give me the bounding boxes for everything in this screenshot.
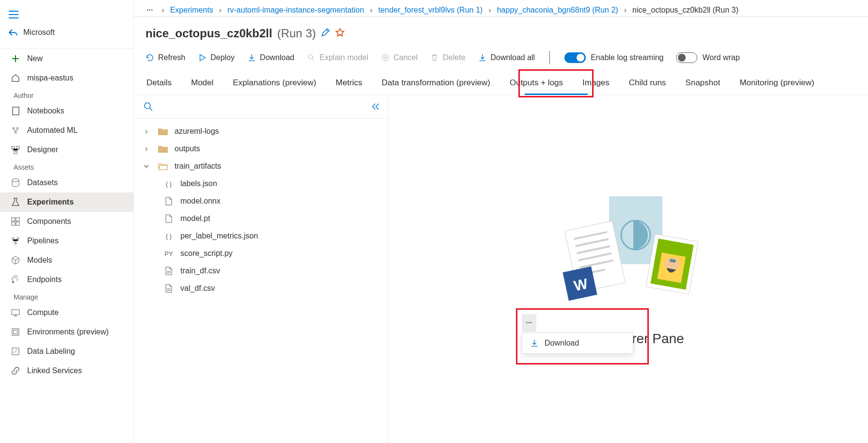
tab-data-transformation[interactable]: Data transformation (preview) xyxy=(381,71,491,95)
svg-rect-6 xyxy=(14,151,17,154)
toolbar-label: Explain model xyxy=(320,53,369,62)
tree-file-model-pt[interactable]: model.pt xyxy=(134,210,388,227)
sidebar-label: Models xyxy=(27,256,52,265)
tree-file-labels[interactable]: { } labels.json xyxy=(134,175,388,192)
context-menu: Download xyxy=(522,332,633,354)
sidebar-item-models[interactable]: Models xyxy=(0,251,133,270)
svg-rect-8 xyxy=(12,218,15,221)
tree-label: labels.json xyxy=(180,179,217,188)
search-icon[interactable] xyxy=(144,102,153,111)
sidebar-item-new[interactable]: New xyxy=(0,49,133,68)
svg-point-22 xyxy=(145,103,150,109)
download-all-button[interactable]: Download all xyxy=(478,53,535,62)
toggle-label: Enable log streaming xyxy=(591,53,663,62)
file-tree: › azureml-logs › outputs train_artifacts… xyxy=(134,119,388,301)
chevron-right-icon: › xyxy=(142,127,151,136)
chevron-right-icon: › xyxy=(216,6,225,15)
toolbar-separator xyxy=(549,51,550,64)
datalabeling-icon xyxy=(11,347,20,356)
breadcrumb-link[interactable]: tender_forest_vrbl9lvs (Run 1) xyxy=(378,6,482,15)
csv-icon xyxy=(164,284,174,293)
trash-icon xyxy=(430,53,439,62)
chevron-right-icon: › xyxy=(621,6,629,15)
tab-model[interactable]: Model xyxy=(190,71,214,95)
download-icon xyxy=(530,339,539,348)
tree-file-per-label-metrics[interactable]: { } per_label_metrics.json xyxy=(134,227,388,245)
tab-details[interactable]: Details xyxy=(145,71,173,95)
tab-snapshot[interactable]: Snapshot xyxy=(684,71,721,95)
sidebar-item-workspace[interactable]: mispa-eastus xyxy=(0,68,133,88)
breadcrumb-link[interactable]: Experiments xyxy=(170,6,213,15)
tab-monitoring[interactable]: Monitoring (preview) xyxy=(739,71,815,95)
tab-child-runs[interactable]: Child runs xyxy=(628,71,667,95)
sidebar-item-linked[interactable]: Linked Services xyxy=(0,361,133,380)
sidebar-item-pipelines[interactable]: Pipelines xyxy=(0,231,133,251)
cancel-icon xyxy=(381,53,390,62)
json-icon: { } xyxy=(164,231,174,241)
tree-file-val-df[interactable]: val_df.csv xyxy=(134,280,388,297)
download-icon xyxy=(247,53,256,62)
sidebar-item-experiments[interactable]: Experiments xyxy=(0,192,133,212)
breadcrumb-more[interactable]: ··· xyxy=(144,6,156,15)
content: › azureml-logs › outputs train_artifacts… xyxy=(134,95,868,443)
tree-folder-train-artifacts[interactable]: train_artifacts xyxy=(134,158,388,175)
svg-rect-5 xyxy=(16,146,19,149)
toggle-off-icon xyxy=(676,52,697,63)
breadcrumb-link[interactable]: happy_chaconia_bgn68nt9 (Run 2) xyxy=(497,6,618,15)
sidebar-item-environments[interactable]: Environments (preview) xyxy=(0,322,133,342)
breadcrumb-link[interactable]: rv-automl-image-instance-segmentation xyxy=(227,6,364,15)
preview-panel: W File Explorer Pane xyxy=(388,95,868,443)
download-button[interactable]: Download xyxy=(247,53,294,62)
sidebar-item-datalabeling[interactable]: Data Labeling xyxy=(0,342,133,361)
back-label: Microsoft xyxy=(23,28,55,37)
tree-folder-azureml-logs[interactable]: › azureml-logs xyxy=(134,123,388,140)
tree-label: outputs xyxy=(175,144,200,153)
svg-point-1 xyxy=(13,127,15,129)
collapse-panel-icon[interactable] xyxy=(370,102,380,111)
sidebar-item-automl[interactable]: Automated ML xyxy=(0,121,133,140)
tab-metrics[interactable]: Metrics xyxy=(335,71,363,95)
context-menu-download[interactable]: Download xyxy=(522,333,633,353)
sidebar-item-components[interactable]: Components xyxy=(0,212,133,231)
back-link[interactable]: Microsoft xyxy=(0,23,133,42)
refresh-icon xyxy=(145,53,154,62)
json-icon: { } xyxy=(164,179,174,189)
tab-explanations[interactable]: Explanations (preview) xyxy=(232,71,317,95)
sidebar-item-designer[interactable]: Designer xyxy=(0,140,133,159)
hamburger-icon[interactable] xyxy=(0,8,133,23)
notebook-icon xyxy=(11,106,20,116)
explain-model-button: Explain model xyxy=(307,53,369,62)
file-icon xyxy=(164,214,174,223)
sidebar-item-endpoints[interactable]: Endpoints xyxy=(0,270,133,289)
tree-file-score-script[interactable]: PY score_script.py xyxy=(134,245,388,262)
svg-rect-16 xyxy=(12,310,19,315)
log-streaming-toggle[interactable]: Enable log streaming xyxy=(564,52,663,63)
tab-outputs-logs[interactable]: Outputs + logs xyxy=(509,71,564,95)
tree-file-model-onnx[interactable]: model.onnx xyxy=(134,192,388,210)
svg-point-20 xyxy=(308,55,313,59)
toggle-on-icon xyxy=(564,52,586,63)
chevron-right-icon: › xyxy=(142,144,151,153)
favorite-star-icon[interactable] xyxy=(335,28,345,39)
tabs: Details Model Explanations (preview) Met… xyxy=(134,71,868,95)
sidebar-label: Environments (preview) xyxy=(27,328,109,336)
svg-rect-10 xyxy=(12,222,15,225)
tab-images[interactable]: Images xyxy=(581,71,611,95)
sidebar-label: Endpoints xyxy=(27,275,62,284)
svg-point-15 xyxy=(12,281,14,283)
empty-state-illustration: W xyxy=(551,191,706,317)
delete-button: Delete xyxy=(430,53,465,62)
chevron-down-icon xyxy=(142,163,151,169)
word-wrap-toggle[interactable]: Word wrap xyxy=(676,52,739,63)
more-options-button[interactable]: ··· xyxy=(522,314,536,332)
search-icon xyxy=(307,53,316,62)
tree-folder-outputs[interactable]: › outputs xyxy=(134,140,388,158)
edit-icon[interactable] xyxy=(321,28,330,39)
sidebar-item-datasets[interactable]: Datasets xyxy=(0,173,133,192)
refresh-button[interactable]: Refresh xyxy=(145,53,185,62)
sidebar-item-compute[interactable]: Compute xyxy=(0,303,133,322)
sidebar-item-notebooks[interactable]: Notebooks xyxy=(0,101,133,121)
deploy-button[interactable]: Deploy xyxy=(198,53,235,62)
tree-file-train-df[interactable]: train_df.csv xyxy=(134,262,388,280)
sidebar-label: Notebooks xyxy=(27,107,64,115)
